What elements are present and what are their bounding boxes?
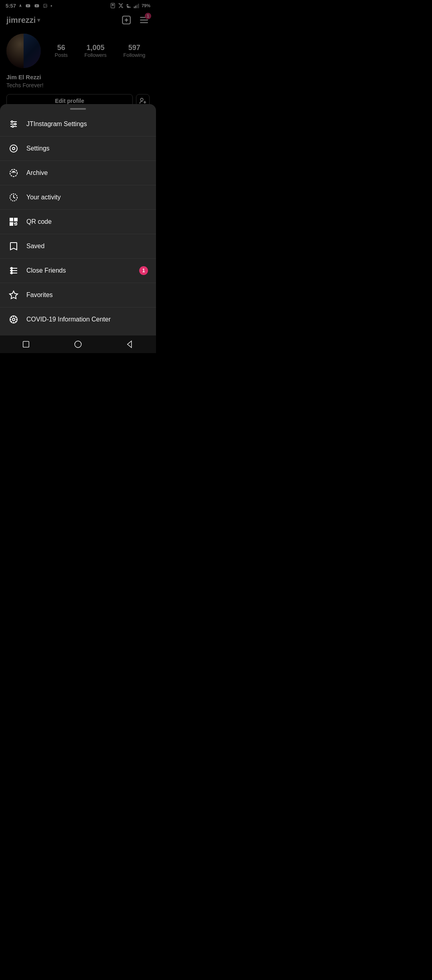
qr-code-icon (8, 216, 19, 227)
home-circle-button[interactable] (68, 338, 88, 351)
menu-item-activity[interactable]: Your activity (0, 185, 156, 210)
activity-label: Your activity (26, 194, 148, 201)
svg-point-58 (12, 318, 15, 321)
star-icon (8, 289, 19, 301)
close-friends-icon (8, 265, 19, 276)
covid-icon (8, 314, 19, 325)
svg-line-66 (11, 321, 12, 322)
svg-point-54 (11, 270, 12, 271)
menu-item-settings[interactable]: Settings (0, 137, 156, 161)
menu-item-jt-settings[interactable]: JTInstagram Settings (0, 112, 156, 137)
saved-label: Saved (26, 243, 148, 250)
svg-point-34 (12, 147, 15, 150)
archive-label: Archive (26, 169, 148, 177)
sliders-icon (8, 118, 19, 130)
bottom-sheet-menu: JTInstagram Settings Settings Archive (0, 104, 156, 335)
svg-line-65 (15, 317, 16, 318)
svg-rect-42 (15, 219, 16, 220)
close-friends-badge: 1 (139, 266, 148, 275)
circle-nav-icon (74, 340, 82, 349)
close-friends-label: Close Friends (26, 267, 132, 274)
settings-label: Settings (26, 145, 148, 152)
bottom-navigation (0, 335, 156, 353)
bookmark-icon (8, 241, 19, 252)
svg-rect-43 (11, 223, 12, 225)
svg-point-55 (11, 272, 12, 274)
svg-point-32 (12, 126, 14, 127)
activity-icon (8, 192, 19, 203)
menu-item-close-friends[interactable]: Close Friends 1 (0, 259, 156, 283)
menu-item-saved[interactable]: Saved (0, 234, 156, 259)
svg-point-53 (11, 267, 12, 269)
svg-point-33 (10, 145, 17, 152)
jt-settings-label: JTInstagram Settings (26, 120, 148, 128)
svg-line-63 (11, 317, 12, 318)
qr-label: QR code (26, 218, 148, 225)
menu-item-favorites[interactable]: Favorites (0, 283, 156, 307)
svg-rect-67 (23, 341, 29, 347)
square-nav-icon (22, 340, 30, 349)
settings-circle-icon (8, 143, 19, 154)
svg-point-68 (75, 341, 82, 348)
sheet-handle (70, 108, 86, 110)
favorites-label: Favorites (26, 291, 148, 299)
svg-point-31 (14, 123, 16, 125)
svg-point-30 (11, 121, 13, 122)
svg-marker-56 (10, 291, 18, 299)
svg-marker-69 (128, 341, 132, 348)
menu-item-covid[interactable]: COVID-19 Information Center (0, 307, 156, 331)
back-button[interactable] (120, 338, 140, 351)
svg-rect-41 (11, 219, 12, 220)
covid-label: COVID-19 Information Center (26, 316, 148, 323)
triangle-nav-icon (126, 340, 134, 349)
menu-item-qr[interactable]: QR code (0, 210, 156, 234)
menu-item-archive[interactable]: Archive (0, 161, 156, 185)
archive-icon (8, 167, 19, 179)
svg-line-64 (15, 321, 16, 322)
back-square-button[interactable] (16, 338, 36, 351)
